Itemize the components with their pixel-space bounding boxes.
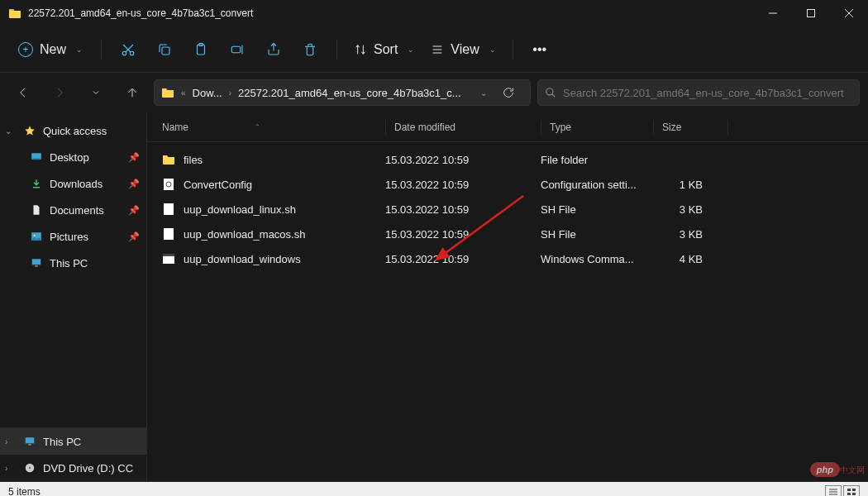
thumbnails-view-button[interactable]	[843, 485, 860, 497]
file-size: 1 KB	[653, 179, 727, 191]
delete-button[interactable]	[293, 33, 327, 66]
column-name[interactable]: Name⌃	[162, 122, 385, 133]
search-input[interactable]	[563, 87, 852, 99]
breadcrumb[interactable]: Dow...	[193, 87, 222, 99]
config-icon	[162, 178, 175, 191]
watermark: php中文网	[810, 461, 865, 476]
toolbar: + New ⌄ Sort ⌄ View ⌄ •••	[0, 26, 868, 73]
folder-icon	[161, 86, 174, 99]
column-date[interactable]: Date modified	[385, 120, 541, 135]
chevron-right-icon: ›	[5, 437, 17, 446]
cut-button[interactable]	[112, 33, 145, 66]
file-size: 3 KB	[653, 228, 727, 241]
svg-rect-25	[26, 437, 35, 443]
refresh-button[interactable]	[494, 86, 523, 99]
file-icon	[162, 203, 175, 216]
column-size[interactable]: Size	[653, 120, 727, 135]
svg-rect-29	[164, 179, 174, 190]
new-button[interactable]: + New ⌄	[10, 37, 91, 62]
chevron-down-icon: ⌄	[408, 45, 414, 54]
column-type[interactable]: Type	[541, 120, 653, 135]
file-row[interactable]: ConvertConfig 15.03.2022 10:59 Configura…	[147, 172, 868, 197]
file-name: uup_download_windows	[184, 253, 301, 265]
rename-button[interactable]	[221, 33, 254, 66]
chevron-down-icon: ⌄	[5, 126, 17, 136]
file-name: files	[184, 154, 203, 166]
sidebar-item-dvd[interactable]: › DVD Drive (D:) CC	[0, 455, 146, 481]
breadcrumb[interactable]: 22572.201_amd64_en-us_core_4b7ba3c1_c...	[238, 87, 461, 99]
pin-icon: 📌	[128, 179, 140, 189]
chevron-down-icon: ⌄	[489, 45, 496, 54]
titlebar: 22572.201_amd64_en-us_core_4b7ba3c1_conv…	[0, 0, 868, 26]
folder-icon	[8, 7, 21, 20]
svg-rect-41	[847, 493, 851, 495]
cmd-icon	[162, 252, 175, 265]
view-icon	[431, 43, 444, 56]
paste-button[interactable]	[184, 33, 217, 66]
search-icon	[545, 87, 556, 98]
details-view-button[interactable]	[825, 485, 842, 497]
pin-icon: 📌	[128, 231, 140, 242]
copy-button[interactable]	[148, 33, 181, 66]
window-title: 22572.201_amd64_en-us_core_4b7ba3c1_conv…	[28, 7, 754, 19]
file-type: Configuration setti...	[541, 179, 653, 191]
sidebar-item-label: This PC	[43, 436, 81, 448]
file-row[interactable]: files 15.03.2022 10:59 File folder	[147, 147, 868, 172]
file-date: 15.03.2022 10:59	[385, 253, 541, 265]
forward-button[interactable]	[45, 78, 74, 107]
separator	[101, 40, 102, 60]
more-button[interactable]: •••	[523, 33, 556, 66]
file-row[interactable]: uup_download_macos.sh 15.03.2022 10:59 S…	[147, 222, 868, 246]
svg-point-28	[29, 467, 31, 469]
sidebar-item-thispc-main[interactable]: › This PC	[0, 428, 146, 455]
svg-line-18	[552, 94, 556, 98]
file-name: ConvertConfig	[184, 179, 252, 191]
file-size: 4 KB	[653, 253, 727, 265]
star-icon	[23, 124, 36, 137]
file-name: uup_download_linux.sh	[184, 203, 296, 216]
sort-button[interactable]: Sort ⌄	[347, 37, 421, 62]
chevron-down-icon[interactable]: ⌄	[480, 88, 487, 98]
sidebar-item-thispc[interactable]: This PC	[0, 250, 146, 276]
file-row[interactable]: uup_download_linux.sh 15.03.2022 10:59 S…	[147, 197, 868, 222]
new-label: New	[40, 42, 66, 57]
file-type: File folder	[541, 154, 653, 166]
view-button[interactable]: View ⌄	[424, 37, 502, 62]
up-button[interactable]	[117, 78, 147, 107]
quick-access-section[interactable]: ⌄ Quick access	[0, 117, 146, 144]
svg-rect-39	[847, 489, 851, 491]
file-date: 15.03.2022 10:59	[385, 154, 541, 166]
file-row[interactable]: uup_download_windows 15.03.2022 10:59 Wi…	[147, 246, 868, 271]
sidebar-item-downloads[interactable]: Downloads 📌	[0, 170, 146, 197]
recent-button[interactable]	[81, 78, 111, 107]
sidebar-item-documents[interactable]: Documents 📌	[0, 197, 146, 223]
close-button[interactable]	[830, 0, 868, 26]
svg-rect-24	[35, 265, 38, 267]
content-pane: Name⌃ Date modified Type Size files 15.0…	[147, 112, 868, 481]
back-button[interactable]	[8, 78, 38, 107]
maximize-button[interactable]	[792, 0, 830, 26]
file-list[interactable]: files 15.03.2022 10:59 File folder Conve…	[147, 142, 868, 481]
file-name: uup_download_macos.sh	[184, 228, 305, 241]
svg-rect-34	[163, 254, 174, 256]
pin-icon: 📌	[128, 152, 140, 163]
share-button[interactable]	[257, 33, 290, 66]
search-bar[interactable]	[537, 79, 860, 106]
minimize-button[interactable]	[754, 0, 792, 26]
svg-rect-31	[164, 203, 174, 215]
file-date: 15.03.2022 10:59	[385, 203, 541, 216]
sidebar-item-desktop[interactable]: Desktop 📌	[0, 144, 146, 170]
sidebar-item-pictures[interactable]: Pictures 📌	[0, 223, 146, 250]
sort-icon	[354, 43, 367, 56]
separator	[336, 40, 337, 60]
svg-rect-23	[32, 259, 41, 265]
sidebar: ⌄ Quick access Desktop 📌 Downloads 📌 Doc…	[0, 112, 147, 481]
file-date: 15.03.2022 10:59	[385, 179, 541, 191]
disc-icon	[23, 461, 36, 475]
chevron-right-icon: ›	[229, 88, 231, 98]
address-bar[interactable]: « Dow... › 22572.201_amd64_en-us_core_4b…	[154, 79, 531, 106]
document-icon	[30, 203, 43, 217]
watermark-cn: 中文网	[840, 465, 865, 475]
svg-rect-1	[808, 10, 815, 17]
sidebar-item-label: This PC	[50, 257, 88, 269]
